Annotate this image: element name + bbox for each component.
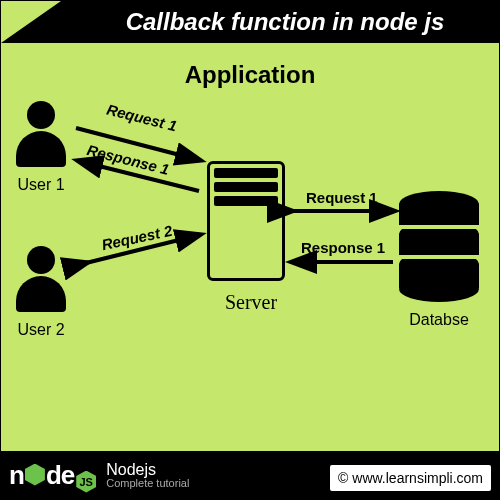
database-label: Databse: [389, 311, 489, 329]
footer-title: Nodejs: [106, 462, 189, 478]
footer-title-block: Nodejs Complete tutorial: [106, 462, 189, 489]
header: Callback function in node js: [1, 1, 499, 43]
server-icon: [207, 161, 285, 281]
user2-icon: [11, 246, 71, 316]
footer: n de JS Nodejs Complete tutorial © www.l…: [1, 451, 499, 499]
hex-icon: JS: [76, 471, 96, 493]
arrow-label-u1-res: Response 1: [85, 141, 171, 178]
diagram-canvas: Callback function in node js Application…: [0, 0, 500, 500]
header-triangle: [1, 1, 61, 43]
server-label: Server: [196, 291, 306, 314]
database-icon: [399, 191, 479, 301]
arrow-label-u1-req: Request 1: [105, 101, 179, 135]
footer-copyright: © www.learnsimpli.com: [330, 465, 491, 491]
nodejs-logo-icon: n de JS: [9, 460, 96, 491]
footer-subtitle: Complete tutorial: [106, 478, 189, 489]
arrow-label-u2-req: Request 2: [100, 222, 174, 254]
user2-label: User 2: [6, 321, 76, 339]
user1-icon: [11, 101, 71, 171]
arrow-label-db-res: Response 1: [301, 239, 385, 256]
header-title: Callback function in node js: [81, 1, 489, 43]
arrow-label-db-req: Request 1: [306, 189, 378, 206]
app-title: Application: [1, 61, 499, 89]
user1-label: User 1: [6, 176, 76, 194]
